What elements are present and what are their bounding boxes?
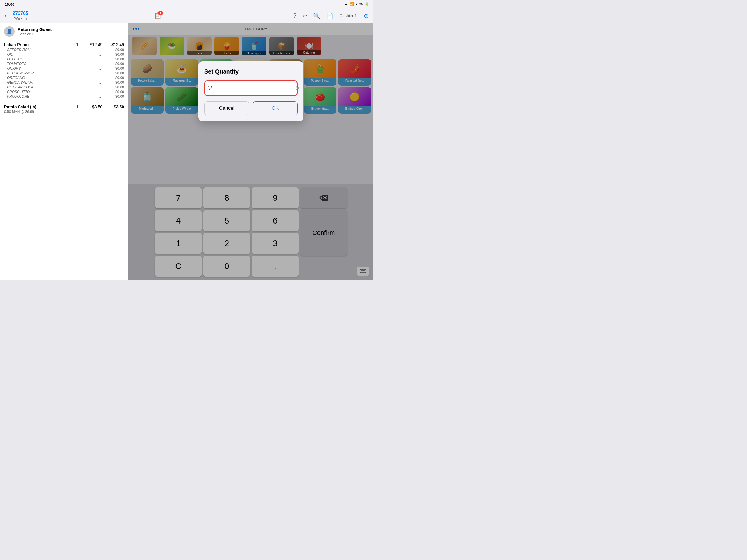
mod-name: OREGANO [7,76,97,80]
mod-qty: 1 [97,85,104,89]
status-bar: 10:00 ▲ 📶 28% 🔋 [0,0,374,8]
mod-price: $0.00 [104,67,124,71]
main-layout: 👤 Returning Guest Cashier 1 Italian Prim… [0,23,374,280]
mod-name: TOMATOES [7,62,97,66]
table-row[interactable]: Potato Salad (lb) 1 $3.50 $3.50 [0,103,128,110]
modal-overlay: Set Quantity ✕ Cancel OK [128,23,374,280]
mod-price: $0.00 [104,76,124,80]
modal-title: Set Quantity [204,68,298,75]
menu-panel: ••• CATEGORY 🥖 🥗 🍘 erts [128,23,374,280]
mod-name: LETTUCE [7,57,97,61]
mod-price: $0.00 [104,57,124,61]
battery-icon: 🔋 [364,2,369,6]
set-quantity-dialog: Set Quantity ✕ Cancel OK [199,61,304,121]
mod-qty: 1 [97,53,104,57]
item-total: $12.49 [104,42,124,47]
user-role: Cashier 1 [18,32,52,36]
search-icon[interactable]: 🔍 [313,12,320,19]
mod-name: PROSCIUTTO [7,90,97,94]
mod-price: $0.00 [104,71,124,75]
item2-name: Potato Salad (lb) [4,104,73,109]
user-name: Returning Guest [18,27,52,32]
item-unit-price: $12.49 [82,42,102,47]
avatar: 👤 [4,26,15,37]
mod-price: $0.00 [104,90,124,94]
wifi-icon: 📶 [350,2,354,6]
list-item: HOT CAPICOLA 1 $0.00 [0,85,128,90]
mod-price: $0.00 [104,80,124,85]
order-panel: 👤 Returning Guest Cashier 1 Italian Prim… [0,23,128,280]
quantity-input[interactable] [208,81,295,95]
signal-icon: ▲ [344,2,348,6]
status-right: ▲ 📶 28% 🔋 [344,2,369,6]
modal-input-wrap: ✕ [204,80,298,96]
mod-price: $0.00 [104,85,124,89]
item-name: Italian Primo [4,42,73,47]
mod-price: $0.00 [104,95,124,99]
mod-name: ONIONS [7,67,97,71]
mod-name: PROVOLONE [7,95,97,99]
item2-sub: 0.50 MAN @ $6.99 [0,110,128,116]
mod-qty: 1 [97,71,104,75]
order-user: 👤 Returning Guest Cashier 1 [0,23,128,40]
mod-qty: 1 [97,76,104,80]
table-row[interactable]: Italian Primo 1 $12.49 $12.49 [0,40,128,48]
item2-unit: $3.50 [82,104,102,109]
mod-name: OIL [7,53,97,57]
mod-qty: 1 [97,90,104,94]
mod-qty: 1 [97,62,104,66]
cashier-label: Cashier 1. [339,14,358,18]
mod-name: HOT CAPICOLA [7,85,97,89]
list-item: BLACK PEPPER 1 $0.00 [0,71,128,76]
clipboard-icon[interactable]: 📄 [326,12,334,19]
list-item: ONIONS 1 $0.00 [0,66,128,71]
mod-price: $0.00 [104,53,124,57]
mod-qty: 1 [97,95,104,99]
battery-label: 28% [356,2,363,6]
modal-ok-button[interactable]: OK [253,101,298,115]
order-items: Italian Primo 1 $12.49 $12.49 SEEDED ROL… [0,40,128,280]
list-item: LETTUCE 1 $0.00 [0,57,128,61]
list-item: OREGANO 1 $0.00 [0,76,128,80]
order-number: 273765 [12,11,28,16]
logout-button[interactable]: ⊕ [364,12,369,19]
mod-qty: 1 [97,48,104,52]
modal-cancel-button[interactable]: Cancel [204,101,249,115]
order-divider [4,101,124,101]
item2-total: $3.50 [104,104,124,109]
list-item: GENOA SALAMI 1 $0.00 [0,80,128,85]
list-item: PROVOLONE 1 $0.00 [0,94,128,99]
help-button[interactable]: ? [293,12,297,19]
notif-badge: 1 [158,11,163,16]
item-qty: 1 [74,42,81,47]
mod-qty: 1 [97,57,104,61]
list-item: TOMATOES 1 $0.00 [0,61,128,66]
mod-name: BLACK PEPPER [7,71,97,75]
user-info: Returning Guest Cashier 1 [18,27,52,36]
mod-price: $0.00 [104,62,124,66]
modal-buttons: Cancel OK [204,101,298,115]
order-info: 273765 Walk In [12,11,28,20]
mod-qty: 1 [97,80,104,85]
item2-qty: 1 [74,104,81,109]
header: ‹ 273765 Walk In 📋 1 ? ↩ 🔍 📄 Cashier 1. … [0,8,374,23]
list-item: PROSCIUTTO 1 $0.00 [0,90,128,94]
status-time: 10:00 [5,2,14,6]
mod-qty: 1 [97,67,104,71]
list-item: OIL 1 $0.00 [0,52,128,57]
back-button[interactable]: ‹ [5,12,7,20]
list-item: SEEDED ROLL 1 $0.00 [0,48,128,52]
back-arrow-icon[interactable]: ↩ [302,12,307,19]
notification-button[interactable]: 📋 1 [154,12,162,20]
modal-clear-button[interactable]: ✕ [295,85,300,92]
header-actions: ? ↩ 🔍 📄 Cashier 1. ⊕ [293,12,369,19]
mod-name: GENOA SALAMI [7,80,97,85]
mod-price: $0.00 [104,48,124,52]
mod-name: SEEDED ROLL [7,48,97,52]
order-type: Walk In [12,16,28,20]
